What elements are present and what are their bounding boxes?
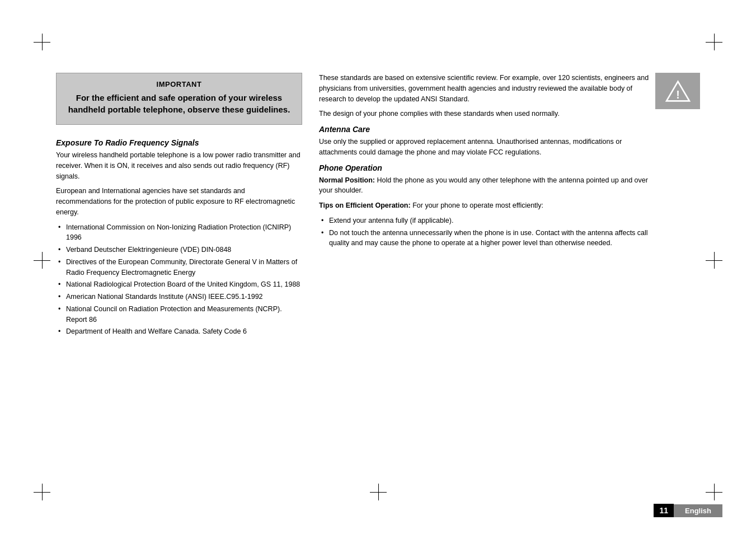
crosshair-top-left <box>34 34 50 50</box>
page-number: 11 <box>654 504 674 517</box>
page-footer: 11 English <box>654 504 722 517</box>
crosshair-bottom-left <box>34 484 50 500</box>
right-text-content: These standards are based on extensive s… <box>319 73 650 253</box>
section1-para1: Your wireless handheld portable telephon… <box>56 150 302 181</box>
tips-label: Tips on Efficient Operation: <box>319 202 411 209</box>
right-bullet-list: Extend your antenna fully (if applicable… <box>319 216 650 249</box>
important-subtitle: For the efficient and safe operation of … <box>65 92 293 115</box>
important-label: IMPORTANT <box>65 80 293 88</box>
left-bullet-list: International Commission on Non-Ionizing… <box>56 222 302 339</box>
main-content: IMPORTANT For the efficient and safe ope… <box>56 73 700 478</box>
tips-intro: For your phone to operate most efficient… <box>412 202 543 209</box>
crosshair-mid-right <box>706 252 722 269</box>
normal-position-label: Normal Position: <box>319 176 375 184</box>
crosshair-top-right <box>706 34 722 50</box>
section3-heading: Phone Operation <box>319 163 650 172</box>
right-para1: These standards are based on extensive s… <box>319 73 650 104</box>
list-item: International Commission on Non-Ionizing… <box>56 222 302 243</box>
warning-box: ! <box>655 73 700 109</box>
svg-text:!: ! <box>676 88 680 100</box>
list-item: Do not touch the antenna unnecessarily w… <box>319 228 650 249</box>
important-box: IMPORTANT For the efficient and safe ope… <box>56 73 302 125</box>
section2-heading: Antenna Care <box>319 125 650 134</box>
list-item: American National Standards Institute (A… <box>56 292 302 302</box>
list-item: National Radiological Protection Board o… <box>56 279 302 290</box>
list-item: Department of Health and Welfare Canada.… <box>56 326 302 337</box>
section2-para: Use only the supplied or approved replac… <box>319 137 650 158</box>
crosshair-bottom-center <box>370 484 387 500</box>
warning-icon: ! <box>665 80 691 102</box>
page-language: English <box>674 504 722 517</box>
list-item: Directives of the European Community, Di… <box>56 257 302 278</box>
list-item: Extend your antenna fully (if applicable… <box>319 216 650 226</box>
list-item: National Council on Radiation Protection… <box>56 304 302 325</box>
right-column: ! These standards are based on extensive… <box>319 73 700 478</box>
right-para2: The design of your phone complies with t… <box>319 109 650 119</box>
section1-para2: European and International agencies have… <box>56 186 302 217</box>
tips-text: Tips on Efficient Operation: For your ph… <box>319 200 650 211</box>
list-item: Verband Deutscher Elektringenieure (VDE)… <box>56 245 302 255</box>
crosshair-bottom-right <box>706 484 722 500</box>
normal-position-text: Normal Position: Hold the phone as you w… <box>319 175 650 196</box>
crosshair-mid-left <box>34 252 50 269</box>
section1-heading: Exposure To Radio Frequency Signals <box>56 138 302 147</box>
left-column: IMPORTANT For the efficient and safe ope… <box>56 73 302 478</box>
